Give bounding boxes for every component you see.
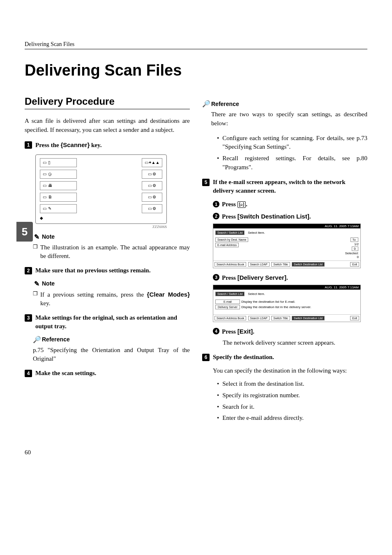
note-text: ❒The illustration is an example. The act…: [33, 243, 190, 260]
note-text: ❒ If a previous setting remains, press t…: [33, 290, 190, 308]
pencil-icon: ✎: [33, 233, 40, 241]
intro-paragraph: A scan file is delivered after scan sett…: [25, 117, 190, 135]
substep-result: The network delivery scanner screen appe…: [223, 339, 367, 348]
step-6-intro: You can specify the destination in the f…: [213, 366, 367, 375]
list-item: •Recall registered settings. For details…: [217, 154, 367, 172]
substep-text: Press [Delivery Server].: [222, 273, 367, 282]
substep-3: 3 Press [Delivery Server].: [213, 273, 367, 282]
page-number: 60: [25, 449, 367, 456]
reference-text: p.75 "Specifying the Orientation and Out…: [33, 346, 190, 363]
screenshot-delivery-server: AUG. 11. 2005 7:13AM Search / Switch Lis…: [213, 285, 361, 322]
step-6: 6 Specify the destination.: [202, 353, 367, 362]
step-number: 3: [25, 314, 32, 322]
step-number: 6: [202, 354, 210, 361]
step-number: 5: [202, 179, 210, 186]
control-panel-illustration: ▭▯▭✦▲▲ ▭◶▭ ⚙ ▭🖶▭ ⚙ ▭🗎▭ ⚙ ▭✎▭ ⚙ ◆ ZZZ606S: [35, 154, 167, 229]
substep-1: 1 Press [⌕].: [213, 200, 367, 209]
step-text: Make sure that no previous settings rema…: [35, 266, 190, 275]
step-text: Press the {Scanner} key.: [35, 140, 190, 150]
step-text: If the e-mail screen appears, switch to …: [213, 178, 367, 195]
note-heading: ✎ Note: [33, 280, 190, 288]
step-4: 4 Make the scan settings.: [25, 369, 190, 378]
substep-2: 2 Press [Switch Destination List].: [213, 212, 367, 221]
list-item: •Specify its registration number.: [217, 391, 367, 400]
page-title: Delivering Scan Files: [25, 62, 367, 79]
step-2: 2 Make sure that no previous settings re…: [25, 266, 190, 275]
list-item: •Configure each setting for scanning. Fo…: [217, 134, 367, 152]
substep-text: Press [Switch Destination List].: [222, 212, 367, 221]
reference-heading: 🔎 Reference: [202, 100, 367, 108]
chapter-tab: 5: [16, 222, 33, 242]
list-item: •Enter the e-mail address directly.: [217, 414, 367, 423]
substep-text: Press [Exit].: [222, 327, 367, 336]
illustration-caption: ZZZ606S: [35, 225, 167, 229]
step-1: 1 Press the {Scanner} key.: [25, 140, 190, 150]
magnifier-icon: 🔎: [202, 100, 210, 108]
step-number: 1: [25, 141, 32, 149]
list-item: •Search for it.: [217, 403, 367, 412]
pencil-icon: ✎: [33, 280, 40, 288]
screenshot-switch-destination: AUG. 11. 2005 7:13AM Search / Switch Lis…: [213, 223, 361, 268]
note-heading: ✎ Note: [33, 233, 190, 241]
substep-number: 4: [213, 328, 219, 334]
step-3: 3 Make settings for the original, such a…: [25, 313, 190, 331]
substep-number: 3: [213, 274, 219, 281]
step-5: 5 If the e-mail screen appears, switch t…: [202, 178, 367, 195]
search-key-icon: [⌕]: [238, 201, 246, 208]
step-number: 4: [25, 370, 32, 377]
magnifier-icon: 🔎: [33, 336, 40, 343]
step-text: Specify the destination.: [213, 353, 367, 362]
substep-number: 1: [213, 201, 219, 207]
substep-number: 2: [213, 213, 219, 219]
step-text: Make settings for the original, such as …: [35, 313, 190, 331]
substep-4: 4 Press [Exit].: [213, 327, 367, 336]
step-number: 2: [25, 267, 32, 274]
step-text: Make the scan settings.: [35, 369, 190, 378]
reference-intro: There are two ways to specify scan setti…: [211, 110, 367, 128]
section-heading: Delivery Procedure: [25, 96, 190, 109]
list-item: •Select it from the destination list.: [217, 380, 367, 389]
substep-text: Press [⌕].: [222, 200, 367, 209]
running-header: Delivering Scan Files: [25, 41, 367, 49]
reference-heading: 🔎 Reference: [33, 336, 190, 343]
